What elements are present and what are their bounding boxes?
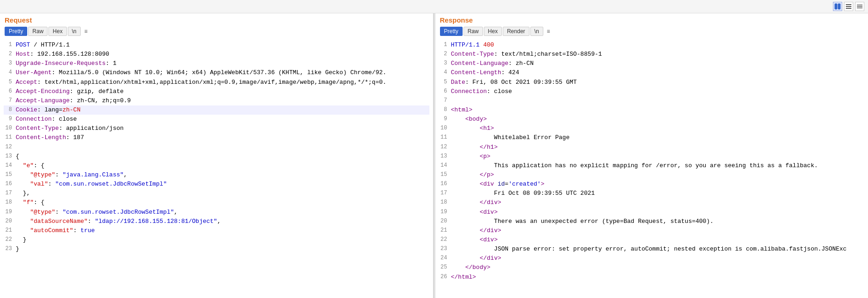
menu-icon[interactable] — [855, 2, 864, 11]
line-14: 14 "e": { — [4, 161, 429, 170]
resp-line-13: 13 <p> — [439, 152, 865, 161]
line-8: 8 Cookie: lang=zh-CN — [4, 105, 429, 115]
line-11: 11 Content-Length: 187 — [4, 133, 429, 142]
svg-rect-0 — [835, 4, 837, 9]
svg-rect-6 — [857, 6, 862, 7]
resp-line-17: 17 Fri Oct 08 09:39:55 UTC 2021 — [439, 189, 865, 198]
line-17: 17 }, — [4, 189, 429, 198]
tab-response-menu[interactable]: ≡ — [544, 27, 553, 35]
request-title: Request — [5, 16, 428, 24]
line-15: 15 "@type": "java.lang.Class", — [4, 170, 429, 180]
resp-line-22: 22 <div> — [439, 235, 865, 245]
line-16: 16 "val": "com.sun.rowset.JdbcRowSetImpl… — [4, 180, 429, 189]
svg-rect-5 — [857, 5, 862, 6]
resp-line-4: 4 Content-Length: 424 — [439, 68, 865, 77]
resp-line-16: 16 <div id='created'> — [439, 180, 865, 189]
list-view-icon[interactable] — [844, 2, 853, 11]
svg-rect-3 — [846, 6, 851, 7]
resp-line-26: 26 </html> — [439, 273, 865, 282]
line-7: 7 Accept-Language: zh-CN, zh;q=0.9 — [4, 96, 429, 105]
resp-line-15: 15 </p> — [439, 170, 865, 180]
resp-line-18: 18 </div> — [439, 198, 865, 207]
line-3: 3 Upgrade-Insecure-Requests: 1 — [4, 59, 429, 68]
svg-rect-4 — [846, 8, 851, 9]
svg-rect-7 — [857, 8, 862, 9]
svg-rect-1 — [838, 4, 840, 9]
request-header: Request Pretty Raw Hex \n ≡ — [0, 13, 433, 39]
resp-line-9: 9 <body> — [439, 115, 865, 124]
resp-line-7: 7 — [439, 96, 865, 105]
line-12: 12 — [4, 143, 429, 152]
request-panel: Request Pretty Raw Hex \n ≡ 1 POST / HTT… — [0, 13, 434, 298]
line-1: 1 POST / HTTP/1.1 — [4, 41, 429, 50]
response-title: Response — [440, 16, 864, 24]
resp-line-8: 8 <html> — [439, 105, 865, 115]
resp-line-6: 6 Connection: close — [439, 87, 865, 96]
tab-request-menu[interactable]: ≡ — [82, 27, 90, 35]
resp-line-5: 5 Date: Fri, 08 Oct 2021 09:39:55 GMT — [439, 78, 865, 87]
tab-request-hex[interactable]: Hex — [48, 27, 66, 36]
line-2: 2 Host: 192.168.155.128:8090 — [4, 50, 429, 59]
line-21: 21 "autoCommit": true — [4, 226, 429, 235]
line-6: 6 Accept-Encoding: gzip, deflate — [4, 87, 429, 96]
svg-rect-2 — [846, 4, 851, 5]
tab-request-newline[interactable]: \n — [68, 27, 81, 36]
tab-request-pretty[interactable]: Pretty — [5, 27, 27, 36]
request-content[interactable]: 1 POST / HTTP/1.1 2 Host: 192.168.155.12… — [0, 39, 433, 298]
tab-response-newline[interactable]: \n — [530, 27, 543, 36]
tab-response-hex[interactable]: Hex — [484, 27, 502, 36]
resp-line-2: 2 Content-Type: text/html;charset=ISO-88… — [439, 50, 865, 59]
tab-response-render[interactable]: Render — [503, 27, 529, 36]
line-9: 9 Connection: close — [4, 115, 429, 124]
top-bar — [0, 0, 868, 13]
resp-line-3: 3 Content-Language: zh-CN — [439, 59, 865, 68]
line-13: 13 { — [4, 152, 429, 161]
resp-line-11: 11 Whitelabel Error Page — [439, 133, 865, 142]
tab-response-raw[interactable]: Raw — [464, 27, 483, 36]
main-panels: Request Pretty Raw Hex \n ≡ 1 POST / HTT… — [0, 13, 868, 298]
resp-line-21: 21 </div> — [439, 226, 865, 235]
response-content[interactable]: 1 HTTP/1.1 400 2 Content-Type: text/html… — [435, 39, 868, 298]
request-tab-bar: Pretty Raw Hex \n ≡ — [5, 26, 428, 38]
line-20: 20 "dataSourceName": "ldap://192.168.155… — [4, 217, 429, 226]
response-header: Response Pretty Raw Hex Render \n ≡ — [435, 13, 868, 39]
resp-line-14: 14 This application has no explicit mapp… — [439, 161, 865, 170]
resp-line-24: 24 </div> — [439, 254, 865, 263]
resp-line-1: 1 HTTP/1.1 400 — [439, 41, 865, 50]
tab-response-pretty[interactable]: Pretty — [440, 27, 463, 36]
line-5: 5 Accept: text/html,application/xhtml+xm… — [4, 78, 429, 87]
split-view-icon[interactable] — [833, 2, 842, 11]
resp-line-20: 20 There was an unexpected error (type=B… — [439, 217, 865, 226]
tab-request-raw[interactable]: Raw — [28, 27, 48, 36]
line-23: 23 } — [4, 245, 429, 254]
resp-line-12: 12 </h1> — [439, 143, 865, 152]
line-19: 19 "@type": "com.sun.rowset.JdbcRowSetIm… — [4, 208, 429, 217]
response-tab-bar: Pretty Raw Hex Render \n ≡ — [440, 26, 864, 38]
line-18: 18 "f": { — [4, 198, 429, 207]
line-10: 10 Content-Type: application/json — [4, 124, 429, 133]
line-4: 4 User-Agent: Mozilla/5.0 (Windows NT 10… — [4, 68, 429, 77]
line-22: 22 } — [4, 235, 429, 245]
resp-line-10: 10 <h1> — [439, 124, 865, 133]
response-panel: Response Pretty Raw Hex Render \n ≡ 1 HT… — [435, 13, 868, 298]
resp-line-23: 23 JSON parse error: set property error,… — [439, 245, 865, 254]
resp-line-25: 25 </body> — [439, 263, 865, 272]
resp-line-19: 19 <div> — [439, 208, 865, 217]
